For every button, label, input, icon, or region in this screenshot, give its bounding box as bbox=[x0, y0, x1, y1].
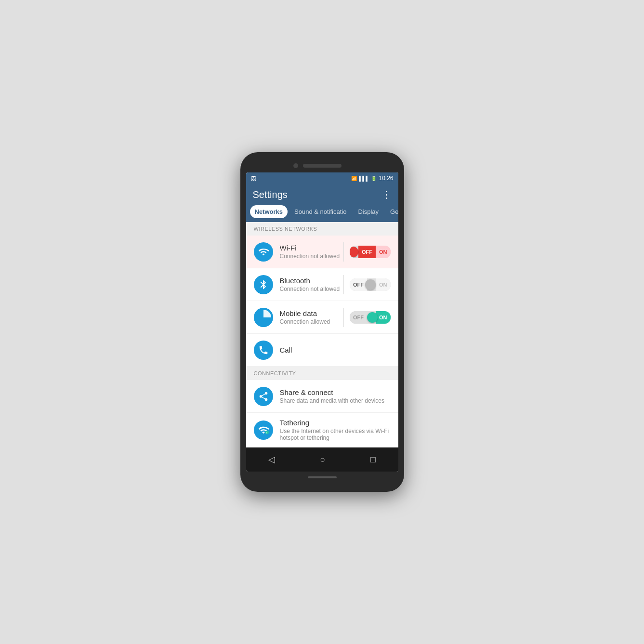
phone-screen: 🖼 📶 ▌▌▌ 🔋 10:26 Settings ⋮ Networks Soun… bbox=[246, 172, 398, 472]
wifi-subtitle: Connection not allowed bbox=[280, 253, 344, 260]
bt-toggle-off-label: OFF bbox=[350, 278, 367, 291]
wifi-title: Wi-Fi bbox=[280, 244, 344, 252]
bluetooth-icon bbox=[258, 279, 269, 290]
wireless-networks-header: WIRELESS NETWORKS bbox=[246, 222, 398, 236]
wifi-toggle-wrap: OFF ON bbox=[343, 242, 391, 262]
wifi-toggle-knob bbox=[350, 247, 358, 257]
tab-sound[interactable]: Sound & notificatio bbox=[289, 205, 351, 218]
signal-bars: ▌▌▌ bbox=[359, 176, 369, 181]
back-button[interactable]: ◁ bbox=[261, 452, 283, 467]
recent-apps-button[interactable]: □ bbox=[363, 453, 383, 467]
status-left-icons: 🖼 bbox=[251, 175, 256, 181]
bottom-navigation: ◁ ○ □ bbox=[246, 447, 398, 472]
phone-device: 🖼 📶 ▌▌▌ 🔋 10:26 Settings ⋮ Networks Soun… bbox=[240, 152, 404, 492]
status-right-icons: 📶 ▌▌▌ 🔋 10:26 bbox=[351, 175, 393, 182]
svg-line-4 bbox=[262, 397, 264, 399]
tethering-icon-circle: + bbox=[254, 421, 273, 440]
share-connect-icon-circle bbox=[254, 387, 273, 406]
svg-point-3 bbox=[264, 398, 267, 401]
tab-display[interactable]: Display bbox=[353, 205, 383, 218]
sim-icon: 📶 bbox=[351, 176, 357, 181]
bluetooth-setting-item[interactable]: Bluetooth Connection not allowed OFF ON bbox=[246, 268, 398, 301]
mobile-data-subtitle: Connection allowed bbox=[280, 318, 344, 325]
tab-networks[interactable]: Networks bbox=[250, 205, 288, 218]
phone-camera bbox=[293, 163, 298, 168]
connectivity-header: CONNECTIVITY bbox=[246, 367, 398, 380]
mobile-data-text: Mobile data Connection allowed bbox=[280, 309, 344, 325]
svg-point-1 bbox=[264, 392, 267, 394]
mobile-data-setting-item[interactable]: Mobile data Connection allowed OFF ON bbox=[246, 301, 398, 334]
call-icon-circle bbox=[254, 341, 273, 360]
tethering-text: Tethering Use the Internet on other devi… bbox=[280, 419, 391, 441]
wifi-toggle[interactable]: OFF ON bbox=[350, 246, 391, 258]
bluetooth-toggle-wrap: OFF ON bbox=[343, 275, 391, 294]
wifi-text: Wi-Fi Connection not allowed bbox=[280, 244, 344, 260]
tabs-bar: Networks Sound & notificatio Display Gen… bbox=[246, 205, 398, 222]
phone-chin bbox=[308, 476, 337, 478]
wifi-icon bbox=[258, 247, 269, 257]
share-connect-text: Share & connect Share data and media wit… bbox=[280, 388, 391, 404]
notification-icon: 🖼 bbox=[251, 175, 256, 181]
tethering-title: Tethering bbox=[280, 419, 391, 427]
wifi-setting-item[interactable]: Wi-Fi Connection not allowed OFF ON bbox=[246, 236, 398, 268]
tab-general[interactable]: General bbox=[385, 205, 398, 218]
mobile-data-toggle[interactable]: OFF ON bbox=[350, 311, 391, 324]
app-bar: Settings ⋮ bbox=[246, 184, 398, 205]
share-connect-subtitle: Share data and media with other devices bbox=[280, 397, 391, 404]
bluetooth-subtitle: Connection not allowed bbox=[280, 286, 344, 292]
call-icon bbox=[258, 345, 269, 355]
phone-speaker bbox=[303, 164, 342, 168]
svg-point-2 bbox=[259, 395, 262, 398]
call-setting-item[interactable]: Call bbox=[246, 334, 398, 367]
status-bar: 🖼 📶 ▌▌▌ 🔋 10:26 bbox=[246, 172, 398, 184]
share-connect-title: Share & connect bbox=[280, 388, 391, 396]
bluetooth-divider bbox=[343, 275, 344, 294]
mobile-data-toggle-wrap: OFF ON bbox=[343, 308, 391, 327]
call-title: Call bbox=[280, 346, 391, 354]
tethering-icon: + bbox=[258, 425, 269, 435]
settings-content: WIRELESS NETWORKS Wi-Fi Connection not a… bbox=[246, 222, 398, 447]
tethering-subtitle: Use the Internet on other devices via Wi… bbox=[280, 428, 391, 441]
phone-top-bar bbox=[246, 161, 398, 172]
data-toggle-on-label: ON bbox=[376, 311, 391, 324]
call-text: Call bbox=[280, 346, 391, 354]
app-title: Settings bbox=[253, 189, 288, 200]
data-toggle-off-label: OFF bbox=[350, 311, 367, 324]
bluetooth-toggle[interactable]: OFF ON bbox=[350, 278, 391, 291]
wifi-icon-circle bbox=[254, 242, 273, 262]
mobile-data-icon-circle bbox=[254, 308, 273, 327]
more-options-icon[interactable]: ⋮ bbox=[381, 189, 392, 200]
svg-line-5 bbox=[262, 394, 264, 395]
data-toggle-knob bbox=[367, 312, 378, 323]
bluetooth-icon-circle bbox=[254, 275, 273, 294]
bluetooth-text: Bluetooth Connection not allowed bbox=[280, 276, 344, 292]
wifi-divider bbox=[343, 242, 344, 262]
battery-icon: 🔋 bbox=[371, 176, 377, 181]
tethering-setting-item[interactable]: + Tethering Use the Internet on other de… bbox=[246, 413, 398, 447]
clock: 10:26 bbox=[379, 175, 393, 182]
mobile-data-pie-icon bbox=[254, 308, 273, 327]
share-connect-setting-item[interactable]: Share & connect Share data and media wit… bbox=[246, 380, 398, 413]
wifi-toggle-on-label: ON bbox=[376, 246, 391, 258]
bt-toggle-on-label: ON bbox=[376, 278, 391, 291]
home-button[interactable]: ○ bbox=[313, 453, 333, 467]
mobile-data-title: Mobile data bbox=[280, 309, 344, 317]
wifi-toggle-off-label: OFF bbox=[358, 246, 376, 258]
mobile-data-divider bbox=[343, 308, 344, 327]
share-connect-icon bbox=[258, 391, 269, 402]
bt-toggle-knob bbox=[365, 279, 376, 290]
phone-bottom-bar bbox=[246, 472, 398, 480]
bluetooth-title: Bluetooth bbox=[280, 276, 344, 285]
svg-text:+: + bbox=[266, 432, 267, 434]
